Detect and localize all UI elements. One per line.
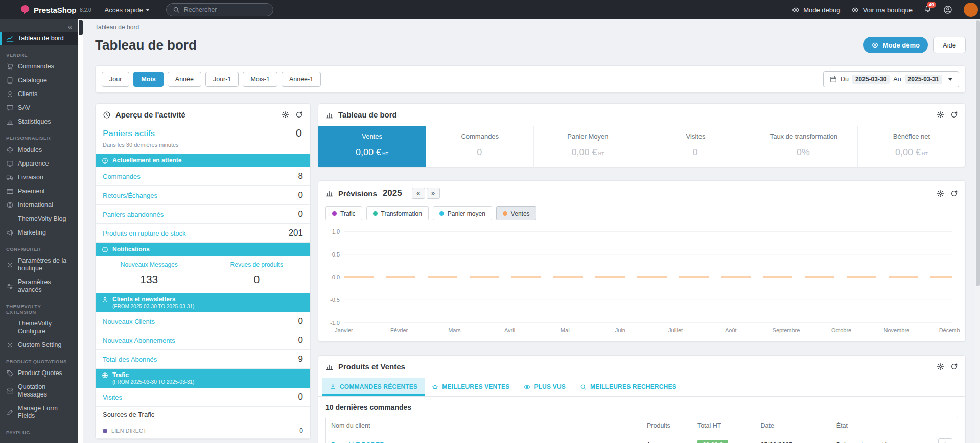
sidebar-scrollbar[interactable]	[78, 19, 83, 443]
new-messages-link[interactable]: Nouveaux Messages	[99, 261, 200, 268]
refresh-icon[interactable]	[950, 111, 958, 119]
refresh-icon[interactable]	[295, 111, 303, 119]
range-mois-1-button[interactable]: Mois-1	[243, 72, 277, 87]
sidebar-item-quotation-messages[interactable]: Quotation Messages	[0, 380, 78, 402]
customers-row-link[interactable]: Nouveaux Abonnements	[103, 337, 175, 344]
sidebar-item-tableau-de-bord[interactable]: Tableau de bord	[0, 32, 78, 45]
col-total-ht: Total HT	[692, 417, 756, 434]
sidebar-item-parametres-avances[interactable]: Paramètres avancés	[0, 275, 78, 297]
help-button[interactable]: Aide	[933, 37, 966, 53]
date-range-picker[interactable]: Du 2025-03-30 Au 2025-03-31	[823, 71, 959, 87]
window-scrollbar[interactable]	[975, 19, 980, 443]
sidebar-scrollbar-thumb[interactable]	[79, 20, 83, 35]
tab-meilleures-ventes[interactable]: MEILLEURES VENTES	[425, 378, 517, 396]
globe-icon	[6, 201, 14, 209]
svg-text:Décembre: Décembre	[939, 327, 960, 333]
sidebar-item-themevolty-blog[interactable]: ThemeVolty Blog	[0, 212, 78, 226]
range-annee-1-button[interactable]: Année-1	[282, 72, 321, 87]
credit-card-icon	[6, 188, 14, 195]
breadcrumb: Tableau de bord	[95, 24, 966, 31]
sidebar-item-clients[interactable]: Clients	[0, 87, 78, 101]
brand-name: PrestaShop	[34, 6, 76, 14]
prestashop-logo[interactable]: PrestaShop 8.2.0	[0, 5, 91, 15]
sidebar-item-themevolty-configure[interactable]: ThemeVolty Configure	[0, 317, 78, 338]
kpi-benefice-net[interactable]: Bénéfice net 0,00 €HT	[858, 126, 965, 167]
gear-icon[interactable]	[937, 111, 944, 119]
forecast-prev-button[interactable]: «	[412, 188, 425, 199]
refresh-icon[interactable]	[950, 190, 958, 197]
sidebar-item-paiement[interactable]: Paiement	[0, 184, 78, 198]
star-icon	[432, 384, 438, 390]
orders-table: Nom du client Produits Total HT Date Éta…	[325, 417, 958, 443]
sidebar-collapse-button[interactable]: «	[0, 19, 78, 32]
range-mois-button[interactable]: Mois	[133, 72, 163, 87]
bar-chart-icon	[325, 189, 334, 197]
sidebar-item-product-quotes[interactable]: Product Quotes	[0, 366, 78, 380]
notification-cell: Revues de produits 0	[203, 256, 311, 293]
pending-row-link[interactable]: Paniers abandonnés	[103, 211, 164, 218]
range-jour-1-button[interactable]: Jour-1	[205, 72, 239, 87]
kpi-ventes[interactable]: Ventes 0,00 €HT	[318, 126, 426, 167]
demo-mode-button[interactable]: Mode démo	[863, 37, 928, 53]
legend-panier-moyen-toggle[interactable]: Panier moyen	[433, 206, 492, 220]
panel-title: Aperçu de l'activité	[115, 110, 185, 119]
pending-row-link[interactable]: Commandes	[103, 173, 141, 180]
source-value: 0	[299, 427, 303, 434]
sidebar-item-commandes[interactable]: Commandes	[0, 60, 78, 74]
refresh-icon[interactable]	[950, 363, 958, 370]
range-jour-button[interactable]: Jour	[102, 72, 129, 87]
active-carts-subtitle: Dans les 30 dernières minutes	[103, 142, 303, 148]
quick-access-dropdown[interactable]: Accès rapide	[105, 6, 150, 14]
gear-icon[interactable]	[937, 363, 944, 370]
range-annee-button[interactable]: Année	[168, 72, 201, 87]
kpi-tiles: Ventes 0,00 €HT Commandes 0 Panier Moyen…	[318, 126, 965, 167]
kpi-taux-transformation[interactable]: Taux de transformation 0%	[750, 126, 858, 167]
product-reviews-link[interactable]: Revues de produits	[206, 261, 308, 268]
svg-text:Juillet: Juillet	[668, 327, 683, 333]
active-carts-link[interactable]: Paniers actifs	[103, 129, 303, 139]
visits-link[interactable]: Visites	[103, 393, 122, 401]
sidebar-item-modules[interactable]: Modules	[0, 143, 78, 157]
panel-title: Produits et Ventes	[338, 362, 405, 371]
window-scrollbar-thumb[interactable]	[976, 20, 980, 286]
activity-panel: Aperçu de l'activité Paniers actifs 0 Da…	[95, 103, 311, 439]
sidebar-item-catalogue[interactable]: Catalogue	[0, 74, 78, 87]
user-avatar[interactable]	[964, 3, 978, 17]
clock-icon	[102, 157, 108, 164]
sidebar-item-custom-setting[interactable]: Custom Setting	[0, 338, 78, 352]
tab-meilleures-recherches[interactable]: MEILLEURES RECHERCHES	[573, 378, 684, 396]
kpi-panier-moyen[interactable]: Panier Moyen 0,00 €HT	[534, 126, 642, 167]
sidebar-item-apparence[interactable]: Apparence	[0, 157, 78, 171]
pending-row-link[interactable]: Retours/Échanges	[103, 192, 157, 199]
sidebar-item-livraison[interactable]: Livraison	[0, 171, 78, 184]
gear-icon[interactable]	[282, 111, 289, 119]
sidebar-item-parametres-boutique[interactable]: Paramètres de la boutique	[0, 254, 78, 275]
traffic-sources-header-row: Sources de Trafic	[96, 407, 310, 423]
customers-row-link[interactable]: Total des Abonnés	[103, 356, 157, 363]
kpi-visites[interactable]: Visites 0	[642, 126, 750, 167]
sidebar-item-sav[interactable]: SAV	[0, 101, 78, 115]
legend-transformation-toggle[interactable]: Transformation	[366, 206, 429, 220]
notifications-bell[interactable]: 49	[924, 5, 932, 15]
order-details-button[interactable]	[938, 438, 952, 443]
sidebar-item-statistiques[interactable]: Statistiques	[0, 115, 78, 129]
customers-row-link[interactable]: Nouveaux Clients	[103, 318, 155, 325]
forecast-next-button[interactable]: »	[427, 188, 440, 199]
pending-band: Actuellement en attente	[96, 154, 310, 167]
view-shop-link[interactable]: Voir ma boutique	[851, 6, 913, 14]
tab-plus-vus[interactable]: PLUS VUS	[517, 378, 573, 396]
pending-row-link[interactable]: Produits en rupture de stock	[103, 229, 186, 237]
debug-mode-link[interactable]: Mode debug	[792, 6, 840, 14]
legend-trafic-toggle[interactable]: Trafic	[325, 206, 362, 220]
profile-icon[interactable]	[943, 5, 952, 14]
global-search[interactable]	[166, 3, 273, 16]
gear-icon[interactable]	[937, 190, 944, 197]
kpi-commandes[interactable]: Commandes 0	[426, 126, 534, 167]
search-input[interactable]	[184, 6, 261, 13]
sidebar-item-marketing[interactable]: Marketing	[0, 226, 78, 240]
products-tabs: COMMANDES RÉCENTES MEILLEURES VENTES PLU…	[318, 378, 965, 397]
sidebar-item-manage-form-fields[interactable]: Manage Form Fields	[0, 402, 78, 423]
legend-ventes-toggle[interactable]: Ventes	[496, 206, 536, 220]
tab-commandes-recentes[interactable]: COMMANDES RÉCENTES	[322, 378, 425, 396]
sidebar-item-international[interactable]: International	[0, 198, 78, 212]
